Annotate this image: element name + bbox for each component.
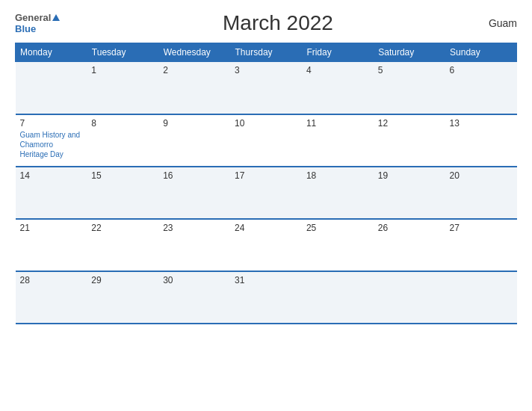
day-number: 9 xyxy=(163,118,226,129)
page-title: March 2022 xyxy=(223,11,333,35)
calendar-day: 11 xyxy=(302,114,374,167)
day-number: 11 xyxy=(306,118,369,129)
day-number: 14 xyxy=(20,170,83,181)
calendar-day: 9 xyxy=(158,114,230,167)
logo-general-text: General xyxy=(15,12,51,23)
day-number: 3 xyxy=(235,65,297,75)
header-saturday: Saturday xyxy=(374,43,445,62)
calendar-day: 4 xyxy=(302,62,374,114)
day-number: 31 xyxy=(235,275,297,285)
calendar-day: 31 xyxy=(230,271,302,324)
calendar-day xyxy=(16,62,87,114)
day-number: 29 xyxy=(91,275,154,285)
calendar-day: 21 xyxy=(16,219,87,271)
day-number: 17 xyxy=(235,170,297,181)
day-number: 22 xyxy=(91,223,154,233)
calendar-body: 1234567Guam History and Chamorro Heritag… xyxy=(16,62,517,324)
day-number: 26 xyxy=(378,223,441,233)
calendar-day: 18 xyxy=(302,167,374,219)
day-number: 19 xyxy=(378,170,441,181)
day-number: 23 xyxy=(163,223,226,233)
day-number: 30 xyxy=(163,275,226,285)
calendar-day: 20 xyxy=(445,167,517,219)
calendar-day: 3 xyxy=(230,62,302,114)
calendar-day: 10 xyxy=(230,114,302,167)
logo-general-row: General xyxy=(15,12,67,23)
calendar-week-3: 14151617181920 xyxy=(16,167,517,219)
calendar-day: 17 xyxy=(230,167,302,219)
header-tuesday: Tuesday xyxy=(87,43,158,62)
calendar-week-1: 123456 xyxy=(16,62,517,114)
calendar-day: 13 xyxy=(445,114,517,167)
day-number: 7 xyxy=(20,118,83,129)
day-number: 20 xyxy=(450,170,513,181)
calendar-day: 19 xyxy=(374,167,445,219)
day-number: 6 xyxy=(450,65,513,75)
day-number: 13 xyxy=(450,118,513,129)
day-number: 15 xyxy=(91,170,154,181)
calendar-day: 6 xyxy=(445,62,517,114)
day-number: 8 xyxy=(91,118,154,129)
day-number: 5 xyxy=(378,65,441,75)
day-number: 2 xyxy=(163,65,226,75)
day-event: Guam History and Chamorro Heritage Day xyxy=(20,130,83,159)
calendar-day: 7Guam History and Chamorro Heritage Day xyxy=(16,114,87,167)
day-number: 25 xyxy=(306,223,369,233)
day-number: 16 xyxy=(163,170,226,181)
calendar-day: 29 xyxy=(87,271,158,324)
header-thursday: Thursday xyxy=(230,43,302,62)
calendar-day: 5 xyxy=(374,62,445,114)
header-monday: Monday xyxy=(16,43,87,62)
calendar-day: 15 xyxy=(87,167,158,219)
calendar-day xyxy=(445,271,517,324)
calendar-day: 27 xyxy=(445,219,517,271)
calendar-day xyxy=(302,271,374,324)
calendar-week-4: 21222324252627 xyxy=(16,219,517,271)
day-number: 18 xyxy=(306,170,369,181)
calendar-day: 2 xyxy=(158,62,230,114)
calendar-day: 28 xyxy=(16,271,87,324)
calendar-week-5: 28293031 xyxy=(16,271,517,324)
calendar-day: 1 xyxy=(87,62,158,114)
logo-blue-text: Blue xyxy=(15,23,67,34)
calendar-day: 23 xyxy=(158,219,230,271)
calendar-day: 30 xyxy=(158,271,230,324)
calendar-day: 16 xyxy=(158,167,230,219)
logo: General Blue xyxy=(15,12,67,34)
weekday-header-row: Monday Tuesday Wednesday Thursday Friday… xyxy=(16,43,517,62)
calendar-day xyxy=(374,271,445,324)
calendar-day: 22 xyxy=(87,219,158,271)
header: General Blue March 2022 Guam xyxy=(15,11,517,35)
day-number: 27 xyxy=(450,223,513,233)
calendar-day: 12 xyxy=(374,114,445,167)
region-label: Guam xyxy=(489,17,517,29)
calendar-table: Monday Tuesday Wednesday Thursday Friday… xyxy=(15,43,517,324)
calendar-header: Monday Tuesday Wednesday Thursday Friday… xyxy=(16,43,517,62)
header-wednesday: Wednesday xyxy=(158,43,230,62)
day-number: 10 xyxy=(235,118,297,129)
calendar-day: 24 xyxy=(230,219,302,271)
calendar-day: 14 xyxy=(16,167,87,219)
header-sunday: Sunday xyxy=(445,43,517,62)
calendar-day: 25 xyxy=(302,219,374,271)
header-friday: Friday xyxy=(302,43,374,62)
logo-triangle-icon xyxy=(52,14,60,21)
calendar-page: General Blue March 2022 Guam Monday Tues… xyxy=(0,0,532,411)
calendar-day: 26 xyxy=(374,219,445,271)
day-number: 24 xyxy=(235,223,297,233)
day-number: 12 xyxy=(378,118,441,129)
calendar-day: 8 xyxy=(87,114,158,167)
calendar-week-2: 7Guam History and Chamorro Heritage Day8… xyxy=(16,114,517,167)
day-number: 4 xyxy=(306,65,369,75)
day-number: 1 xyxy=(91,65,154,75)
day-number: 28 xyxy=(20,275,83,285)
day-number: 21 xyxy=(20,223,83,233)
